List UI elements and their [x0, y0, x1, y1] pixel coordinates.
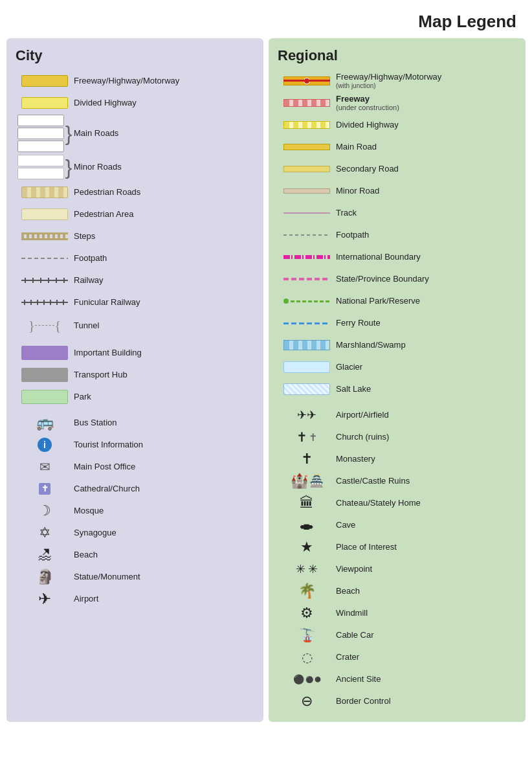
list-item: Freeway/Highway/Motorway(with junction) — [278, 71, 519, 91]
list-item: Important Building — [16, 343, 257, 363]
label-tunnel: Tunnel — [74, 321, 99, 331]
r-castle-icon: 🏰 🏯 — [278, 473, 336, 490]
list-item: ✝ ✝ Church (ruins) — [278, 427, 519, 447]
label-r-glacier: Glacier — [336, 362, 362, 372]
r-saltlake-icon — [278, 383, 336, 395]
label-r-beach: Beach — [336, 586, 360, 596]
r-minor-icon — [278, 188, 336, 194]
label-r-ferry: Ferry Route — [336, 318, 381, 328]
cathedral-icon: ✝ — [16, 483, 74, 495]
statue-icon: 🗿 — [16, 569, 74, 585]
label-cathedral: Cathedral/Church — [74, 484, 140, 494]
list-item: Railway — [16, 270, 257, 291]
footpath-icon — [16, 258, 74, 259]
railway-icon — [16, 276, 74, 284]
info-circle: i — [38, 438, 52, 452]
label-post-office: Main Post Office — [74, 462, 135, 472]
label-funicular: Funicular Railway — [74, 297, 140, 308]
label-r-cave: Cave — [336, 520, 355, 530]
minor-roads-icon: } — [16, 155, 74, 179]
park-icon — [16, 390, 74, 404]
label-park: Park — [74, 392, 91, 402]
label-r-airport: Airport/Airfield — [336, 410, 389, 420]
label-r-cable: Cable Car — [336, 630, 374, 640]
list-item: ⚫ ⚫ ⚫ Ancient Site — [278, 669, 519, 690]
list-item: National Park/Reserve — [278, 291, 519, 311]
divided-highway-icon — [16, 97, 74, 109]
r-footpath-icon — [278, 234, 336, 236]
label-r-freeway: Freeway/Highway/Motorway(with junction) — [336, 72, 441, 90]
city-column: City Freeway/Highway/Motorway Divided Hi… — [6, 38, 263, 722]
label-r-minor: Minor Road — [336, 186, 379, 196]
mosque-icon: ☽ — [16, 502, 74, 519]
list-item: Park — [16, 387, 257, 407]
r-border-icon: ⊖ — [278, 693, 336, 710]
list-item: Pedestrian Area — [16, 204, 257, 225]
label-r-secondary: Secondary Road — [336, 164, 399, 174]
r-state-icon — [278, 278, 336, 280]
list-item: Ferry Route — [278, 313, 519, 333]
freeway-icon — [16, 75, 74, 87]
list-item: ⊖ Border Control — [278, 691, 519, 712]
list-item: 🗿 Statue/Monument — [16, 567, 257, 587]
list-item: Pedestrian Roads — [16, 182, 257, 203]
r-main-icon — [278, 144, 336, 150]
page-title: Map Legend — [0, 0, 532, 38]
list-item: ⚙ Windmill — [278, 603, 519, 624]
label-r-main: Main Road — [336, 142, 377, 152]
label-main-roads: Main Roads — [74, 128, 118, 139]
list-item: 🚡 Cable Car — [278, 625, 519, 646]
label-r-chateau: Chateau/Stately Home — [336, 498, 421, 508]
label-r-track: Track — [336, 208, 357, 218]
bus-station-icon: 🚌 — [16, 414, 74, 431]
beach-icon: 🏖 — [16, 546, 74, 563]
label-r-marsh: Marshland/Swamp — [336, 340, 406, 350]
r-freeway-icon — [278, 76, 336, 85]
label-r-footpath: Footpath — [336, 230, 369, 240]
label-transport-hub: Transport Hub — [74, 370, 127, 380]
main-roads-icon: } — [16, 115, 74, 152]
list-item: ✉ Main Post Office — [16, 456, 257, 477]
list-item: Footpath — [278, 225, 519, 245]
list-item: Transport Hub — [16, 365, 257, 385]
r-marsh-icon — [278, 340, 336, 350]
r-windmill-icon: ⚙ — [278, 605, 336, 622]
list-item: Divided Highway — [278, 115, 519, 135]
list-item: } { Tunnel — [16, 314, 257, 337]
label-r-freeway-const: Freeway (under construction) — [336, 94, 399, 113]
label-railway: Railway — [74, 275, 104, 286]
list-item: ✳ ✳ Viewpoint — [278, 559, 519, 580]
r-interest-icon: ★ — [278, 539, 336, 556]
r-beach-icon: 🌴 — [278, 583, 336, 600]
list-item: ★ Place of Interest — [278, 537, 519, 557]
label-r-windmill: Windmill — [336, 608, 368, 618]
list-item: Secondary Road — [278, 159, 519, 179]
pedestrian-roads-icon — [16, 186, 74, 198]
list-item: Salt Lake — [278, 379, 519, 400]
r-freeway-const-icon — [278, 99, 336, 107]
label-bus-station: Bus Station — [74, 418, 117, 428]
list-item: ✝ Cathedral/Church — [16, 479, 257, 499]
r-intl-icon — [278, 255, 336, 259]
label-pedestrian-roads: Pedestrian Roads — [74, 187, 140, 197]
list-item: Track — [278, 203, 519, 223]
r-cable-icon: 🚡 — [278, 627, 336, 643]
list-item: } Minor Roads — [16, 153, 257, 181]
r-ferry-icon — [278, 322, 336, 324]
r-track-icon — [278, 212, 336, 214]
r-glacier-icon — [278, 361, 336, 373]
label-tourist-info: Tourist Information — [74, 440, 143, 450]
r-monastery-icon: ✝ — [278, 451, 336, 467]
list-item: ◌ Crater — [278, 647, 519, 668]
transport-hub-icon — [16, 368, 74, 382]
label-r-divided: Divided Highway — [336, 120, 399, 130]
r-cave-icon: 🕳 — [278, 517, 336, 534]
list-item: International Boundary — [278, 247, 519, 267]
list-item: Freeway (under construction) — [278, 93, 519, 113]
label-r-ancient: Ancient Site — [336, 674, 381, 684]
list-item: State/Province Boundary — [278, 269, 519, 289]
label-divided-highway: Divided Highway — [74, 98, 137, 108]
label-r-crater: Crater — [336, 652, 359, 662]
list-item: Marshland/Swamp — [278, 335, 519, 355]
label-r-state: State/Province Boundary — [336, 274, 429, 284]
